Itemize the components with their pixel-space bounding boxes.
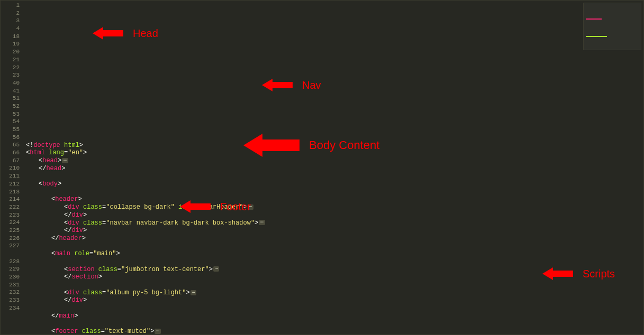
line-number: 41 [1, 87, 20, 95]
line-number: 51 [1, 95, 20, 103]
line-number: 213 [1, 188, 20, 196]
code-line[interactable]: </main> [26, 312, 643, 320]
code-line[interactable] [26, 188, 643, 196]
code-line[interactable]: </div> [26, 227, 643, 235]
line-number: 234 [1, 304, 20, 312]
annotation-head: Head [93, 27, 158, 40]
line-number: 23 [1, 71, 20, 79]
line-number: 3 [1, 17, 20, 25]
line-number: 40 [1, 79, 20, 87]
code-line[interactable]: <!doctype html> [26, 142, 643, 150]
line-number: 214 [1, 196, 20, 203]
code-line[interactable]: </div> [26, 296, 643, 304]
line-number: 56 [1, 134, 20, 142]
code-line[interactable]: <div class="collapse bg-dark" id="navbar… [26, 203, 643, 211]
code-line[interactable]: <div class="album py-5 bg-light">⋯ [26, 289, 643, 297]
line-number: 232 [1, 289, 20, 296]
line-number: 19 [1, 40, 20, 48]
code-line[interactable]: </div> [26, 211, 643, 219]
code-line[interactable]: <main role="main"> [26, 250, 643, 258]
line-number: 53 [1, 110, 20, 118]
code-line[interactable] [26, 320, 643, 328]
line-number [1, 250, 20, 258]
code-editor[interactable]: 1234181920212223404151525354555665666721… [0, 0, 644, 335]
fold-marker[interactable]: ⋯ [248, 204, 253, 210]
line-number: 21 [1, 56, 20, 64]
fold-marker[interactable]: ⋯ [155, 329, 160, 334]
line-number: 66 [1, 149, 20, 157]
line-number: 229 [1, 265, 20, 273]
line-number: 231 [1, 281, 20, 289]
annotation-head-label: Head [133, 30, 158, 38]
annotation-nav-label: Nav [302, 81, 321, 89]
code-line[interactable] [26, 134, 643, 142]
code-line[interactable]: </section> [26, 273, 643, 281]
line-number: 225 [1, 227, 20, 235]
line-number: 20 [1, 48, 20, 56]
line-number: 54 [1, 118, 20, 126]
code-line[interactable]: <section class="jumbotron text-center">⋯ [26, 266, 643, 274]
line-number: 223 [1, 211, 20, 219]
code-line[interactable] [26, 243, 643, 250]
line-number: 52 [1, 103, 20, 110]
code-line[interactable]: <footer class="text-muted">⋯ [26, 328, 643, 335]
line-number: 1 [1, 2, 20, 10]
code-line[interactable]: </head> [26, 165, 643, 173]
code-line[interactable]: <header> [26, 196, 643, 203]
line-number: 230 [1, 273, 20, 281]
code-line[interactable]: <html lang="en"> [26, 149, 643, 157]
line-number: 233 [1, 296, 20, 304]
line-number: 18 [1, 33, 20, 41]
line-number: 4 [1, 25, 20, 33]
code-line[interactable]: <head>⋯ [26, 157, 643, 165]
annotation-nav: Nav [262, 79, 321, 91]
minimap[interactable] [583, 3, 641, 50]
line-number: 222 [1, 203, 20, 211]
line-number: 55 [1, 126, 20, 134]
fold-marker[interactable]: ⋯ [259, 220, 265, 225]
fold-marker[interactable]: ⋯ [213, 266, 219, 272]
code-line[interactable]: <div class="navbar navbar-dark bg-dark b… [26, 219, 643, 227]
code-line[interactable] [26, 258, 643, 266]
line-number-gutter: 1234181920212223404151525354555665666721… [1, 1, 24, 334]
code-line[interactable]: <body> [26, 180, 643, 188]
line-number: 224 [1, 219, 20, 227]
line-number: 228 [1, 258, 20, 266]
line-number: 226 [1, 235, 20, 243]
line-number: 211 [1, 172, 20, 180]
code-line[interactable] [26, 172, 643, 180]
fold-marker[interactable]: ⋯ [191, 290, 196, 295]
line-number: 227 [1, 242, 20, 250]
code-area[interactable]: Head Nav Body Content Footer Scripts [24, 1, 643, 334]
line-number: 210 [1, 164, 20, 172]
code-line[interactable] [26, 281, 643, 289]
line-number: 2 [1, 10, 20, 17]
fold-marker[interactable]: ⋯ [62, 158, 68, 163]
line-number: 212 [1, 180, 20, 188]
code-line[interactable] [26, 304, 643, 312]
code-line[interactable]: </header> [26, 235, 643, 243]
line-number: 65 [1, 141, 20, 149]
line-number: 67 [1, 157, 20, 165]
line-number: 22 [1, 64, 20, 72]
